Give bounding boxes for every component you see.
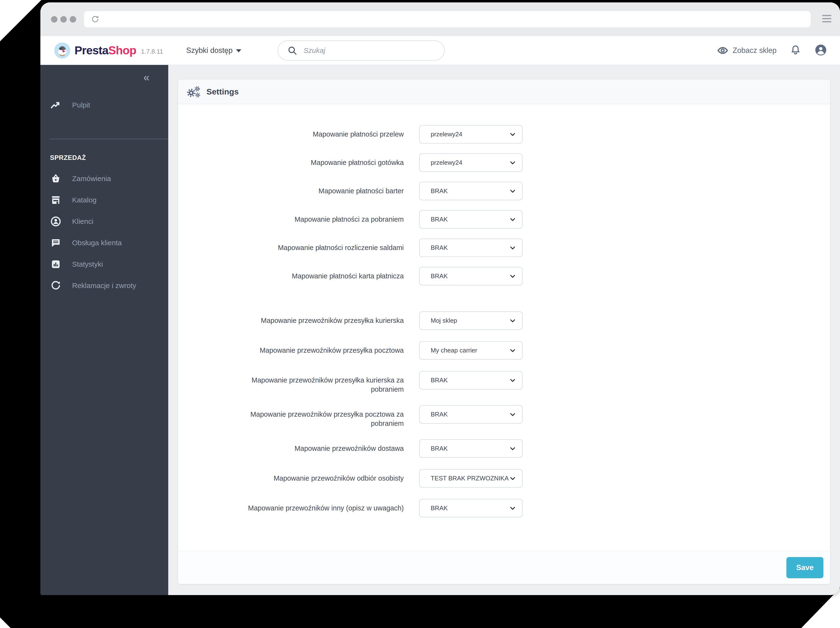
- form-row: Mapowanie przewoźników przesyłka kuriers…: [235, 312, 830, 330]
- sidebar-item-label: Obsługa klienta: [72, 239, 122, 247]
- store-icon: [50, 194, 62, 206]
- customer-icon: [50, 216, 62, 227]
- page-canvas: PrestaShop 1.7.8.11 Szybki dostęp Szukaj: [0, 0, 840, 628]
- sidebar-divider: [49, 139, 168, 139]
- collapse-sidebar-icon: «: [143, 71, 150, 84]
- prestashop-logo[interactable]: PrestaShop 1.7.8.11: [54, 42, 163, 59]
- chevron-down-icon: [509, 244, 516, 252]
- search-input[interactable]: Szukaj: [278, 40, 445, 60]
- account-button[interactable]: [815, 44, 827, 57]
- panel-body: Mapowanie płatności przelew przelewy24 M…: [178, 104, 830, 551]
- form-row-label: Mapowanie płatności rozliczenie saldami: [235, 239, 404, 252]
- select-value: BRAK: [431, 216, 509, 223]
- sidebar-collapse[interactable]: «: [40, 65, 168, 83]
- admin-header: PrestaShop 1.7.8.11 Szybki dostęp Szukaj: [40, 36, 840, 65]
- sidebar-item-label: Klienci: [72, 217, 93, 226]
- sidebar-item-label: Katalog: [72, 196, 96, 204]
- select-value: Moj sklep: [431, 317, 509, 324]
- form-row-select[interactable]: TEST BRAK PRZWOZNIKA: [419, 469, 523, 487]
- form-row-label: Mapowanie płatności karta płatnicza: [235, 267, 404, 281]
- returns-icon: [50, 280, 62, 291]
- url-bar[interactable]: [84, 11, 811, 27]
- form-row: Mapowanie przewoźników przesyłka pocztow…: [235, 405, 830, 428]
- browser-chrome: [40, 2, 840, 36]
- form-row-select[interactable]: BRAK: [419, 239, 523, 257]
- form-row: Mapowanie przewoźników dostawa BRAK: [235, 439, 830, 458]
- trending-up-icon: [50, 99, 62, 111]
- form-row-label: Mapowanie przewoźników przesyłka pocztow…: [235, 341, 404, 355]
- stats-icon: [50, 258, 62, 270]
- brand-text: PrestaShop: [74, 44, 136, 57]
- select-value: BRAK: [431, 411, 509, 418]
- quick-access-dropdown[interactable]: Szybki dostęp: [186, 46, 241, 55]
- select-value: BRAK: [431, 187, 509, 195]
- settings-panel: Settings Mapowanie płatności przelew prz…: [178, 79, 831, 584]
- form-row-select[interactable]: BRAK: [419, 371, 523, 389]
- sidebar-item-pulpit[interactable]: Pulpit: [40, 94, 168, 115]
- bell-icon: [790, 44, 801, 55]
- form-row-select[interactable]: przelewy24: [419, 125, 523, 144]
- form-row-select[interactable]: My cheap carrier: [419, 341, 523, 360]
- page-title: Settings: [207, 87, 238, 96]
- sidebar-section-title: SPRZEDAŻ: [50, 154, 168, 161]
- section-carrier-mapping: Mapowanie przewoźników przesyłka kuriers…: [235, 312, 830, 517]
- chevron-down-icon: [509, 159, 516, 166]
- form-row-select[interactable]: BRAK: [419, 210, 523, 229]
- sidebar-item-label: Pulpit: [72, 101, 90, 109]
- version-label: 1.7.8.11: [141, 48, 163, 55]
- select-value: My cheap carrier: [431, 347, 509, 354]
- sidebar-item-label: Zamówienia: [72, 174, 111, 183]
- form-row-label: Mapowanie przewoźników przesyłka kuriers…: [235, 312, 404, 325]
- content-area: « Pulpit SPRZEDAŻ Zamówienia Ka: [40, 65, 840, 595]
- form-row-select[interactable]: BRAK: [419, 499, 523, 517]
- brand-presta: Presta: [74, 44, 108, 57]
- sidebar-item-stats[interactable]: Statystyki: [40, 253, 168, 275]
- form-row: Mapowanie płatności gotówka przelewy24: [235, 153, 830, 172]
- header-actions: Zobacz sklep: [717, 44, 827, 57]
- refresh-icon[interactable]: [90, 14, 100, 24]
- form-row-select[interactable]: BRAK: [419, 405, 523, 424]
- form-row-select[interactable]: Moj sklep: [419, 312, 523, 330]
- sidebar-item-store[interactable]: Katalog: [40, 189, 168, 210]
- chevron-down-icon: [509, 216, 516, 223]
- form-row-select[interactable]: BRAK: [419, 439, 523, 458]
- chevron-down-icon: [509, 411, 516, 418]
- browser-window: PrestaShop 1.7.8.11 Szybki dostęp Szukaj: [40, 2, 840, 595]
- form-row-label: Mapowanie płatności za pobraniem: [235, 210, 404, 224]
- sidebar-item-basket[interactable]: Zamówienia: [40, 168, 168, 189]
- browser-menu-icon[interactable]: [822, 15, 831, 22]
- form-row-label: Mapowanie przewoźników przesyłka kuriers…: [235, 371, 404, 394]
- sidebar-item-label: Reklamacje i zwroty: [72, 282, 136, 290]
- select-value: przelewy24: [431, 159, 509, 166]
- chevron-down-icon: [509, 475, 516, 482]
- select-value: BRAK: [431, 505, 509, 512]
- form-row-select[interactable]: przelewy24: [419, 153, 523, 172]
- form-row: Mapowanie płatności za pobraniem BRAK: [235, 210, 830, 229]
- sidebar-item-label: Statystyki: [72, 260, 103, 268]
- chevron-down-icon: [509, 505, 516, 512]
- form-row-select[interactable]: BRAK: [419, 182, 523, 200]
- form-row-label: Mapowanie przewoźników przesyłka pocztow…: [235, 405, 404, 428]
- form-row: Mapowanie przewoźników inny (opisz w uwa…: [235, 499, 830, 517]
- notifications-button[interactable]: [790, 44, 801, 57]
- view-shop-label: Zobacz sklep: [733, 46, 777, 55]
- panel-header: Settings: [178, 79, 830, 104]
- select-value: TEST BRAK PRZWOZNIKA: [431, 475, 509, 482]
- eye-icon: [717, 45, 728, 56]
- chevron-down-icon: [509, 273, 516, 280]
- panel-footer: Save: [178, 551, 830, 584]
- chevron-down-icon: [509, 131, 516, 138]
- view-shop-button[interactable]: Zobacz sklep: [717, 45, 777, 56]
- form-row-select[interactable]: BRAK: [419, 267, 523, 285]
- sidebar-item-customer[interactable]: Klienci: [40, 210, 168, 232]
- form-row-label: Mapowanie przewoźników odbiór osobisty: [235, 469, 404, 483]
- form-row-label: Mapowanie przewoźników dostawa: [235, 439, 404, 453]
- form-row-label: Mapowanie płatności przelew: [235, 125, 404, 139]
- sidebar-item-chat[interactable]: Obsługa klienta: [40, 232, 168, 253]
- window-controls[interactable]: [51, 16, 76, 22]
- sidebar-item-returns[interactable]: Reklamacje i zwroty: [40, 275, 168, 296]
- main-content: Settings Mapowanie płatności przelew prz…: [168, 65, 840, 595]
- save-button[interactable]: Save: [786, 557, 823, 578]
- form-row: Mapowanie przewoźników przesyłka kuriers…: [235, 371, 830, 394]
- form-row-label: Mapowanie płatności gotówka: [235, 153, 404, 167]
